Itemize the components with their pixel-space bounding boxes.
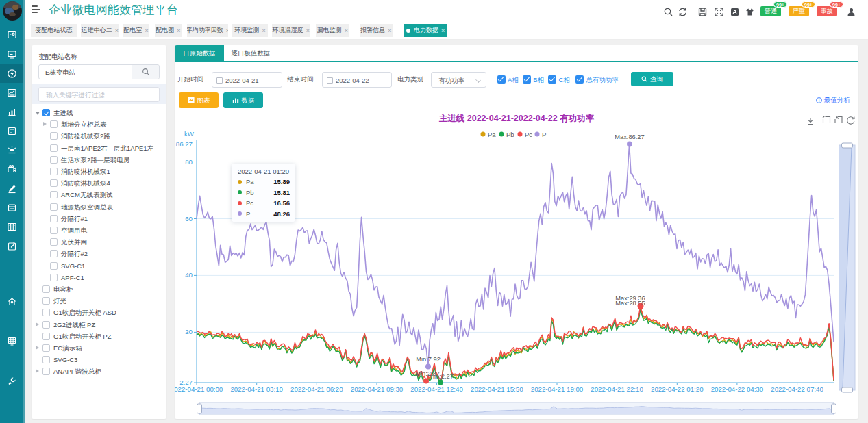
svg-text:2022-04-21 22:10: 2022-04-21 22:10 [591, 385, 643, 393]
svg-text:主进线 2022-04-21-2022-04-22 有功: 主进线 2022-04-21-2022-04-22 有功功率 [439, 114, 595, 123]
svg-text:2022-04-21 00:00: 2022-04-21 00:00 [175, 385, 223, 393]
svg-text:2022-04-22 07:40: 2022-04-22 07:40 [771, 385, 823, 393]
svg-text:2022-04-21 15:50: 2022-04-21 15:50 [471, 385, 523, 393]
svg-text:60: 60 [185, 215, 193, 222]
svg-text:80: 80 [185, 158, 193, 166]
svg-text:P: P [542, 131, 546, 138]
svg-text:Min:7.92: Min:7.92 [416, 356, 441, 363]
svg-text:2022-04-21 09:30: 2022-04-21 09:30 [351, 385, 404, 393]
svg-text:2022-04-22 04:30: 2022-04-22 04:30 [711, 385, 764, 393]
svg-text:2022-04-21 12:40: 2022-04-21 12:40 [410, 385, 463, 393]
svg-text:Pa: Pa [488, 131, 496, 138]
svg-text:20: 20 [185, 328, 193, 335]
svg-text:Pb: Pb [506, 131, 514, 138]
svg-text:Max:86.27: Max:86.27 [615, 133, 644, 140]
svg-text:2022-04-22 01:20: 2022-04-22 01:20 [651, 385, 704, 393]
svg-text:40: 40 [185, 271, 193, 279]
svg-text:kW: kW [184, 130, 195, 138]
svg-text:2022-04-21 03:10: 2022-04-21 03:10 [230, 385, 283, 393]
svg-text:86.27: 86.27 [176, 140, 193, 148]
svg-text:2022-04-21 06:20: 2022-04-21 06:20 [290, 385, 343, 393]
svg-text:2022-04-21 19:00: 2022-04-21 19:00 [531, 385, 584, 393]
svg-text:min:2.27: min:2.27 [429, 373, 454, 380]
svg-text:Pc: Pc [525, 131, 532, 138]
svg-text:Max:28.55: Max:28.55 [615, 300, 645, 307]
